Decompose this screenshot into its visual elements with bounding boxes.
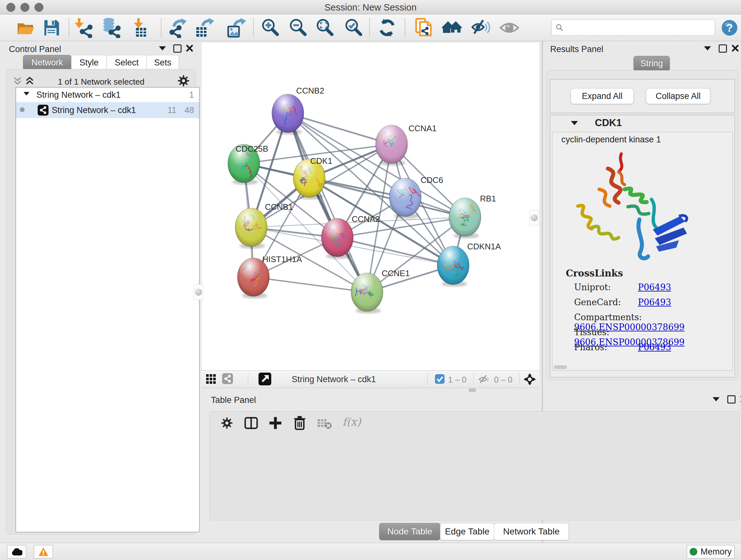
network-node-HIST1H1A[interactable]: HIST1H1A [238, 254, 302, 299]
save-session-icon[interactable] [41, 17, 62, 38]
left-splitter-handle[interactable] [194, 285, 203, 300]
network-graph[interactable]: CCNB2CCNA1CDC25BCDK1CDC6RB1CCNB1CCNA2CDK… [202, 43, 539, 370]
network-node-RB1[interactable]: RB1 [449, 194, 496, 239]
birdseye-view-icon[interactable] [259, 373, 271, 385]
add-column-icon[interactable] [268, 416, 282, 430]
collapse-panel-icon[interactable] [713, 397, 720, 401]
network-edge-HIST1H1A-CCNE1[interactable] [253, 277, 367, 292]
float-panel-icon[interactable] [719, 44, 727, 53]
network-view-canvas[interactable]: CCNB2CCNA1CDC25BCDK1CDC6RB1CCNB1CCNA2CDK… [202, 43, 539, 370]
export-image-icon[interactable] [226, 17, 246, 38]
title-bar: Session: New Session [0, 0, 741, 14]
zoom-selected-icon[interactable] [343, 17, 364, 38]
network-node-CDKN1A[interactable]: CDKN1A [437, 242, 501, 287]
memory-status-dot [690, 548, 697, 556]
search-input[interactable] [566, 22, 708, 33]
collapse-panel-icon[interactable] [704, 46, 711, 51]
help-icon[interactable]: ? [721, 19, 738, 37]
clone-network-icon[interactable] [414, 17, 434, 38]
control-panel-title: Control Panel [9, 44, 61, 54]
zoom-fit-icon[interactable] [315, 17, 335, 38]
collapse-panel-icon[interactable] [159, 46, 166, 51]
network-row-selected[interactable]: String Network – cdk1 11 48 [16, 102, 199, 118]
hidden-items-icon[interactable] [478, 374, 491, 384]
tab-style[interactable]: Style [71, 55, 107, 70]
tab-node-table[interactable]: Node Table [379, 523, 441, 540]
import-network-database-icon[interactable] [101, 17, 122, 38]
first-neighbors-icon[interactable] [377, 17, 397, 38]
gene-card: CDK1 cyclin-dependent kinase 1 [550, 115, 735, 377]
gene-detail-box: cyclin-dependent kinase 1 [552, 132, 733, 371]
memory-button[interactable]: Memory [687, 545, 735, 558]
zoom-in-icon[interactable] [260, 17, 280, 38]
delete-column-icon[interactable] [293, 415, 307, 431]
tab-network-table[interactable]: Network Table [494, 523, 569, 540]
expand-collapse-box: Expand All Collapse All [550, 79, 735, 113]
tab-string[interactable]: String [633, 56, 670, 71]
close-panel-icon[interactable] [186, 44, 193, 52]
table-panel-title: Table Panel [211, 395, 256, 405]
network-edge-CCNB2-CCNE1[interactable] [288, 113, 367, 292]
network-node-CDK1[interactable]: CDK1 [293, 156, 332, 199]
crosslink-link[interactable]: P06493 [638, 342, 671, 352]
delete-table-icon-disabled [317, 418, 332, 429]
hide-selected-icon[interactable] [470, 17, 491, 38]
selected-nodes-checkbox[interactable] [435, 374, 445, 384]
tab-edge-table[interactable]: Edge Table [440, 523, 494, 540]
table-options-gear-icon[interactable] [220, 417, 233, 429]
gene-collapse-icon[interactable] [571, 121, 578, 125]
node-label: CCNE1 [382, 268, 410, 278]
collection-count: 1 [189, 90, 194, 100]
bottom-splitter-handle[interactable] [468, 388, 476, 392]
network-options-gear-icon[interactable] [177, 74, 190, 87]
crosslink-link[interactable]: P06493 [638, 297, 671, 307]
crosslink-row: Uniprot:P06493 [574, 282, 732, 297]
crosslink-label: Tissues: [574, 327, 638, 337]
search-icon [555, 23, 563, 32]
grid-view-icon[interactable] [206, 374, 216, 384]
tab-select[interactable]: Select [107, 55, 147, 70]
pan-crosshair-icon[interactable] [523, 373, 536, 386]
show-all-icon[interactable] [499, 17, 520, 38]
home-networks-icon[interactable] [442, 17, 462, 38]
right-splitter-handle[interactable] [529, 210, 539, 226]
collapse-all-button[interactable]: Collapse All [646, 88, 711, 104]
node-label: HIST1H1A [262, 254, 302, 264]
zoom-out-icon[interactable] [288, 17, 308, 38]
share-view-icon[interactable] [222, 373, 233, 384]
show-columns-icon[interactable] [244, 416, 258, 430]
crosslink-link[interactable]: P06493 [638, 282, 671, 292]
node-label: CCNB1 [265, 202, 293, 212]
results-hscrollbar-thumb[interactable] [554, 365, 567, 369]
export-table-icon[interactable] [194, 17, 215, 38]
cloud-status-button[interactable] [7, 545, 26, 558]
network-selection-summary: 1 of 1 Network selected [7, 77, 196, 87]
crosslink-row: GeneCard:P06493 [574, 297, 732, 312]
network-collection-row[interactable]: String Network – cdk1 1 [16, 87, 199, 102]
search-field[interactable] [551, 19, 715, 36]
import-table-icon[interactable] [131, 17, 151, 38]
expand-all-button[interactable]: Expand All [570, 88, 634, 104]
network-node-CCNA2[interactable]: CCNA2 [321, 214, 380, 259]
float-panel-icon[interactable] [173, 44, 182, 53]
svg-text:?: ? [726, 21, 733, 34]
network-node-CCNE1[interactable]: CCNE1 [351, 268, 410, 314]
tab-network[interactable]: Network [23, 55, 71, 70]
tab-sets[interactable]: Sets [146, 55, 179, 70]
toolbar-separator [369, 18, 370, 37]
collection-expand-icon[interactable] [23, 92, 29, 96]
application-window: Session: New Session [0, 0, 741, 560]
network-node-CCNB2[interactable]: CCNB2 [272, 86, 324, 135]
import-network-file-icon[interactable] [73, 17, 94, 38]
crosslinks-list: Uniprot:P06493 GeneCard:P06493 Compartme… [574, 282, 732, 357]
toolbar-separator [161, 18, 161, 37]
crosslink-row: Pharos:P06493 [574, 342, 732, 357]
cloud-icon [11, 548, 22, 556]
gene-symbol: CDK1 [595, 117, 622, 129]
open-session-icon[interactable] [15, 17, 36, 38]
close-panel-icon[interactable] [731, 44, 739, 52]
selected-counter: 1 – 0 [448, 375, 467, 385]
float-panel-icon[interactable] [727, 395, 736, 403]
warnings-button[interactable] [34, 545, 53, 558]
export-network-icon[interactable] [168, 17, 189, 38]
